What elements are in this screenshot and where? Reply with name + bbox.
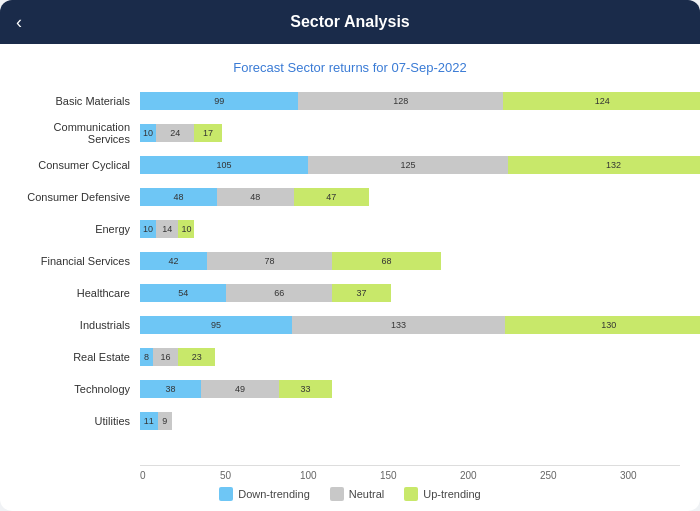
- bar-track: 546637: [140, 284, 680, 302]
- bar-track: 102417: [140, 124, 680, 142]
- chart-subtitle: Forecast Sector returns for 07-Sep-2022: [20, 60, 680, 75]
- bar-label: Energy: [20, 223, 140, 235]
- x-tick: 300: [620, 470, 637, 481]
- segment-up: 33: [279, 380, 332, 398]
- segment-down: 38: [140, 380, 201, 398]
- bar-row: Consumer Cyclical105125132: [20, 151, 680, 179]
- segment-neutral: 48: [217, 188, 294, 206]
- chart-area: Basic Materials99128124Communication Ser…: [20, 87, 680, 501]
- segment-up: 10: [178, 220, 194, 238]
- segment-down: 105: [140, 156, 308, 174]
- segment-down: 11: [140, 412, 158, 430]
- x-tick: 250: [540, 470, 557, 481]
- segment-down: 99: [140, 92, 298, 110]
- bar-track: 81623: [140, 348, 680, 366]
- x-tick: 100: [300, 470, 317, 481]
- bar-track: 95133130: [140, 316, 700, 334]
- chart-container: Forecast Sector returns for 07-Sep-2022 …: [0, 44, 700, 511]
- segment-neutral: 128: [298, 92, 503, 110]
- segment-neutral: 16: [153, 348, 179, 366]
- bar-row: Technology384933: [20, 375, 680, 403]
- legend-up-box: [404, 487, 418, 501]
- legend-up-label: Up-trending: [423, 488, 480, 500]
- segment-down: 48: [140, 188, 217, 206]
- legend-down-box: [219, 487, 233, 501]
- bar-row: Real Estate81623: [20, 343, 680, 371]
- segment-neutral: 133: [292, 316, 505, 334]
- bar-label: Financial Services: [20, 255, 140, 267]
- bar-row: Consumer Defensive484847: [20, 183, 680, 211]
- page-title: Sector Analysis: [20, 13, 680, 31]
- bar-label: Real Estate: [20, 351, 140, 363]
- bar-track: 119: [140, 412, 680, 430]
- legend: Down-trending Neutral Up-trending: [20, 487, 680, 501]
- segment-up: 68: [332, 252, 441, 270]
- bar-label: Communication Services: [20, 121, 140, 145]
- bar-label: Consumer Defensive: [20, 191, 140, 203]
- x-axis: 050100150200250300350: [140, 465, 680, 481]
- segment-down: 10: [140, 220, 156, 238]
- bar-row: Industrials95133130: [20, 311, 680, 339]
- legend-down: Down-trending: [219, 487, 310, 501]
- segment-down: 54: [140, 284, 226, 302]
- app-container: ‹ Sector Analysis Forecast Sector return…: [0, 0, 700, 511]
- x-tick: 200: [460, 470, 477, 481]
- bar-track: 384933: [140, 380, 680, 398]
- bar-row: Healthcare546637: [20, 279, 680, 307]
- legend-neutral: Neutral: [330, 487, 384, 501]
- segment-neutral: 66: [226, 284, 332, 302]
- segment-neutral: 14: [156, 220, 178, 238]
- x-tick: 50: [220, 470, 231, 481]
- bars-wrapper: Basic Materials99128124Communication Ser…: [20, 87, 680, 465]
- legend-neutral-label: Neutral: [349, 488, 384, 500]
- legend-up: Up-trending: [404, 487, 480, 501]
- back-button[interactable]: ‹: [16, 12, 22, 33]
- bar-label: Industrials: [20, 319, 140, 331]
- x-tick: 150: [380, 470, 397, 481]
- segment-up: 132: [508, 156, 700, 174]
- bar-row: Energy101410: [20, 215, 680, 243]
- bar-row: Basic Materials99128124: [20, 87, 680, 115]
- segment-down: 10: [140, 124, 156, 142]
- segment-neutral: 24: [156, 124, 194, 142]
- segment-up: 37: [332, 284, 391, 302]
- segment-down: 8: [140, 348, 153, 366]
- bar-track: 105125132: [140, 156, 700, 174]
- legend-down-label: Down-trending: [238, 488, 310, 500]
- x-tick: 0: [140, 470, 146, 481]
- segment-neutral: 78: [207, 252, 332, 270]
- bar-label: Healthcare: [20, 287, 140, 299]
- segment-up: 47: [294, 188, 369, 206]
- segment-down: 42: [140, 252, 207, 270]
- legend-neutral-box: [330, 487, 344, 501]
- bar-label: Consumer Cyclical: [20, 159, 140, 171]
- segment-up: 130: [505, 316, 700, 334]
- segment-up: 124: [503, 92, 700, 110]
- bar-label: Technology: [20, 383, 140, 395]
- bar-row: Communication Services102417: [20, 119, 680, 147]
- segment-up: 17: [194, 124, 221, 142]
- bar-label: Utilities: [20, 415, 140, 427]
- bar-label: Basic Materials: [20, 95, 140, 107]
- bar-row: Utilities119: [20, 407, 680, 435]
- bar-row: Financial Services427868: [20, 247, 680, 275]
- segment-down: 95: [140, 316, 292, 334]
- header: ‹ Sector Analysis: [0, 0, 700, 44]
- bar-track: 427868: [140, 252, 680, 270]
- bar-track: 99128124: [140, 92, 700, 110]
- segment-neutral: 9: [158, 412, 172, 430]
- segment-neutral: 49: [201, 380, 279, 398]
- segment-neutral: 125: [308, 156, 508, 174]
- segment-up: 23: [178, 348, 215, 366]
- bar-track: 484847: [140, 188, 680, 206]
- bar-track: 101410: [140, 220, 680, 238]
